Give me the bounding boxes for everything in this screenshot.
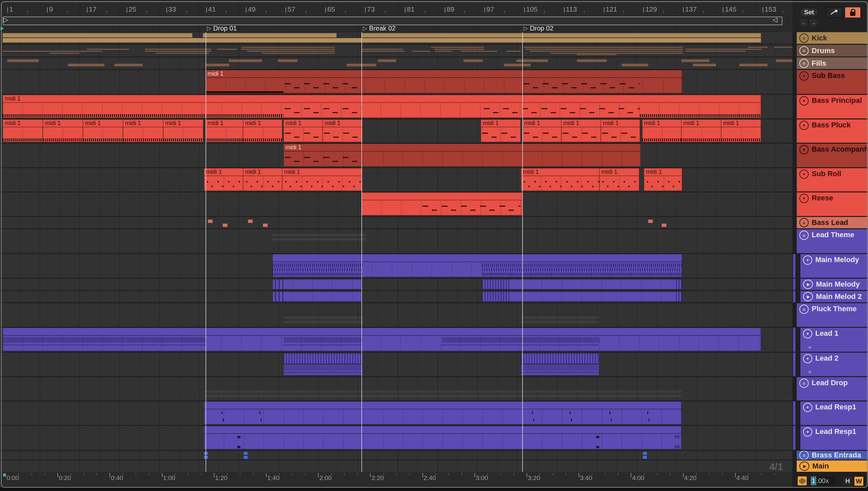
- track-menu-icon[interactable]: ≡: [799, 231, 809, 240]
- draw-mode-button[interactable]: [826, 7, 842, 18]
- clip[interactable]: midi 1: [521, 168, 599, 191]
- clip[interactable]: midi 1: [204, 168, 243, 191]
- track-header-drums[interactable]: ≡Drums: [797, 45, 868, 56]
- track-lane-lead-drop[interactable]: [0, 377, 793, 400]
- track-header-main-melody[interactable]: ▶Main Melody: [800, 279, 868, 290]
- track-lane-brass-entrada[interactable]: [0, 451, 793, 460]
- clip[interactable]: midi 1: [206, 70, 682, 93]
- locator-flag[interactable]: ▷Break 02: [363, 25, 396, 32]
- clip-block[interactable]: [204, 452, 208, 455]
- clip-block[interactable]: [203, 33, 337, 37]
- clip[interactable]: midi 1: [243, 119, 282, 142]
- track-lane-lead-resp1[interactable]: [0, 401, 793, 425]
- clip-block[interactable]: [283, 353, 362, 364]
- automation-lane-icon[interactable]: ≡: [808, 369, 811, 375]
- unfold-track-icon[interactable]: ▼: [803, 329, 812, 338]
- track-lane-bass-principal[interactable]: midi 1: [0, 95, 793, 118]
- track-header-lead-resp1[interactable]: ▼Lead Resp1: [800, 426, 868, 450]
- forward-arrow-button[interactable]: →: [809, 19, 817, 27]
- loop-end-marker-icon[interactable]: ◁: [773, 16, 777, 24]
- clip[interactable]: midi 1: [283, 144, 641, 167]
- unfold-track-icon[interactable]: ▼: [799, 194, 809, 203]
- clip-block[interactable]: [273, 234, 366, 242]
- clip-block[interactable]: [275, 292, 276, 301]
- unfold-track-icon[interactable]: ▼: [803, 403, 812, 412]
- track-menu-icon[interactable]: ≡: [799, 451, 809, 460]
- track-header-fills[interactable]: ≡Fills: [797, 57, 868, 69]
- unfold-track-icon[interactable]: ▼: [799, 170, 809, 179]
- clip[interactable]: midi 1: [83, 119, 123, 142]
- unfold-track-icon[interactable]: ▼: [803, 354, 812, 363]
- track-header-bass-lead[interactable]: ≡Bass Lead: [797, 217, 868, 228]
- clip[interactable]: [362, 193, 522, 215]
- lock-envelopes-button[interactable]: [844, 7, 861, 18]
- automation-lane-icon[interactable]: ≡: [808, 345, 811, 350]
- clip[interactable]: midi 1: [163, 119, 203, 142]
- zoom-level-field[interactable]: 1.00x: [809, 476, 835, 485]
- track-menu-icon[interactable]: ≡: [799, 218, 809, 227]
- track-header-lead-theme[interactable]: ≡Lead Theme: [797, 229, 868, 253]
- clip[interactable]: midi 1: [644, 168, 682, 191]
- clip[interactable]: midi 1: [3, 119, 43, 142]
- track-menu-icon[interactable]: ≡: [799, 46, 809, 55]
- clip-block[interactable]: [482, 292, 510, 301]
- unfold-track-icon[interactable]: ▼: [799, 96, 809, 106]
- clip[interactable]: midi 1: [43, 119, 83, 142]
- track-menu-icon[interactable]: ≡: [799, 378, 809, 388]
- track-lane-lead-resp1[interactable]: [0, 426, 793, 450]
- track-header-brass-entrada[interactable]: ≡Brass Entrada: [797, 451, 868, 460]
- track-lane-kick[interactable]: [0, 32, 793, 44]
- clip-block[interactable]: [521, 365, 599, 375]
- clip-block[interactable]: [482, 279, 682, 289]
- clip-block[interactable]: [3, 38, 761, 42]
- track-lane-reese[interactable]: [0, 193, 793, 216]
- clip[interactable]: midi 1: [123, 119, 163, 142]
- track-menu-icon[interactable]: ≡: [799, 33, 809, 43]
- clip-block[interactable]: [3, 33, 192, 37]
- unfold-track-icon[interactable]: ▼: [799, 121, 809, 130]
- set-locator-button[interactable]: Set: [800, 8, 818, 17]
- clip-block[interactable]: [273, 279, 362, 289]
- track-lane-sub-roll[interactable]: midi 1midi 1midi 1midi 1midi 1midi 1: [0, 168, 793, 192]
- track-header-main-melod-2[interactable]: ▶Main Melod 2: [800, 291, 868, 302]
- clip-block[interactable]: [279, 279, 279, 289]
- clip[interactable]: [204, 426, 681, 449]
- clip-block[interactable]: [204, 456, 208, 459]
- clip[interactable]: [273, 254, 682, 277]
- height-zoom-button[interactable]: H: [843, 476, 852, 485]
- clip[interactable]: midi 1: [599, 168, 639, 191]
- track-lane-bass-acompanh[interactable]: midi 1: [0, 144, 793, 167]
- track-lane-lead-2[interactable]: [0, 353, 793, 376]
- clip[interactable]: midi 1: [481, 119, 521, 142]
- clip-block[interactable]: [676, 292, 682, 301]
- unfold-track-icon[interactable]: ▼: [803, 256, 812, 265]
- track-lane-main-melody[interactable]: [0, 279, 793, 290]
- clip[interactable]: midi 1: [601, 119, 640, 142]
- clip-block[interactable]: [204, 391, 681, 399]
- track-lane-drums[interactable]: [0, 45, 793, 56]
- locator-flag[interactable]: ▷Drop 01: [207, 25, 237, 32]
- clip-block[interactable]: [482, 279, 510, 289]
- clip-block[interactable]: [273, 292, 362, 301]
- track-lane-lead-theme[interactable]: [0, 229, 793, 253]
- track-header-main-melody[interactable]: ▼Main Melody: [800, 254, 868, 278]
- track-header-lead-resp1[interactable]: ▼Lead Resp1: [800, 401, 868, 425]
- clip-block[interactable]: [643, 452, 647, 455]
- play-track-icon[interactable]: ▶: [799, 461, 809, 471]
- clip[interactable]: midi 1: [681, 119, 721, 142]
- track-menu-icon[interactable]: ≡: [799, 305, 809, 314]
- clip[interactable]: midi 1: [322, 119, 362, 142]
- track-header-kick[interactable]: ≡Kick: [797, 32, 868, 44]
- clip[interactable]: midi 1: [243, 168, 282, 191]
- play-track-icon[interactable]: ▶: [803, 292, 813, 301]
- track-header-bass-principal[interactable]: ▼Bass Principal: [797, 95, 868, 118]
- track-lane-pluck-theme[interactable]: [0, 303, 793, 327]
- time-ruler[interactable]: 0:000:200:401:001:201:402:002:202:403:00…: [0, 472, 868, 487]
- waveform-zoom-button[interactable]: [798, 476, 807, 485]
- clip-block[interactable]: [283, 317, 363, 325]
- track-lane-bass-lead[interactable]: [0, 217, 793, 228]
- clip[interactable]: midi 1: [561, 119, 601, 142]
- track-lane-fills[interactable]: [0, 57, 793, 69]
- unfold-track-icon[interactable]: ▼: [799, 145, 809, 154]
- track-header-main[interactable]: ▶Main: [797, 460, 868, 472]
